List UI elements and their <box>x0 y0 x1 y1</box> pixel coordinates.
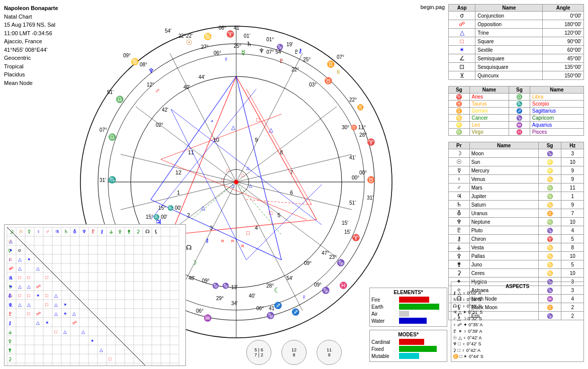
aspects-list-title: ASPECTS <box>453 284 582 289</box>
sign2-name: Scorpio <box>530 101 583 108</box>
planet-name: Uranus <box>469 209 538 218</box>
svg-text:09°: 09° <box>202 278 210 284</box>
planet-name: Mars <box>469 183 538 192</box>
planet-hz: 10 <box>561 158 584 166</box>
svg-text:♊: ♊ <box>357 104 364 111</box>
svg-text:29°: 29° <box>216 296 224 301</box>
planet-row: ⚷ Chiron ♈ 5 <box>449 235 584 243</box>
svg-text:♑: ♑ <box>337 258 345 267</box>
sign1-name-header: Name <box>469 86 509 94</box>
planet-pr: ☿ <box>449 166 470 175</box>
planet-sg: ♍ <box>538 192 561 201</box>
planet-row: ♇ Pluto ♑ 4 <box>449 226 584 235</box>
aspect-list-item: ⚷ △ ♀ 0°02' A <box>453 290 582 297</box>
svg-text:28°: 28° <box>266 283 274 289</box>
element-row: Air <box>371 311 445 317</box>
svg-text:5: 5 <box>277 212 280 218</box>
sign1-name: Gemini <box>469 108 509 115</box>
sign-row: ♍ Virgo ♓ Pisces <box>449 129 584 136</box>
aspect-row: ⊻ Quincunx 150°00' <box>449 71 584 80</box>
planet-row: ☽ Moon ♑ 3 <box>449 149 584 158</box>
svg-text:♈: ♈ <box>352 233 360 242</box>
svg-text:51': 51' <box>349 200 356 206</box>
planet-hz: 5 <box>561 260 584 269</box>
planet-sg: ♑ <box>538 149 561 158</box>
begin-pag-label: begin.pag <box>421 4 445 10</box>
asp-angle: 60°00' <box>543 46 584 54</box>
svg-text:♎: ♎ <box>108 133 117 141</box>
planet-hz: 10 <box>561 269 584 278</box>
asp-angle: 90°00' <box>543 37 584 46</box>
planet-sg: ♋ <box>538 201 561 209</box>
element-bar <box>399 304 439 310</box>
planet-pr: ⚴ <box>449 252 470 260</box>
svg-text:♋: ♋ <box>204 32 212 41</box>
sign1-symbol: ♈ <box>449 94 470 101</box>
svg-text:□: □ <box>256 117 260 123</box>
svg-text:♉: ♉ <box>367 175 375 184</box>
svg-text:⚷: ⚷ <box>298 47 303 54</box>
svg-text:♒: ♒ <box>204 314 212 322</box>
planet-sg-header: Sg <box>538 142 561 149</box>
svg-text:06°: 06° <box>214 50 221 56</box>
svg-text:1: 1 <box>177 190 180 196</box>
svg-text:54': 54' <box>165 28 171 34</box>
svg-text:♏: ♏ <box>108 175 117 184</box>
planet-sg: ♋ <box>538 260 561 269</box>
svg-text:06°: 06° <box>196 308 204 314</box>
asp-angle: 150°00' <box>543 71 584 80</box>
svg-text:22°: 22° <box>291 67 299 72</box>
planet-sg: ♋ <box>538 243 561 252</box>
svg-text:15': 15' <box>344 229 351 235</box>
svg-text:42': 42' <box>162 107 168 113</box>
svg-text:00°: 00° <box>352 175 359 180</box>
planet-name: Mercury <box>469 166 538 175</box>
aspect-row: σ Conjunction 0°00' <box>449 12 584 20</box>
svg-text:♄: ♄ <box>246 40 252 48</box>
sign2-symbol: ♐ <box>509 108 530 115</box>
svg-text:51': 51' <box>107 89 114 95</box>
planet-pr: ⚷ <box>449 235 470 243</box>
button-128[interactable]: 12 8 <box>281 340 307 365</box>
sg2-col-header: Sg <box>509 86 530 94</box>
aspect-row: ⊡ Sesquisquare 135°00' <box>449 63 584 71</box>
button-119[interactable]: 11 9 <box>317 340 342 365</box>
info-panel: Napoleon Bonaparte Natal Chart 15 Aug 17… <box>4 4 58 87</box>
sign1-name: Virgo <box>469 129 509 136</box>
asp-symbol: □ <box>449 37 475 46</box>
svg-text:R: R <box>241 244 244 248</box>
svg-text:13': 13' <box>231 285 238 290</box>
asp-symbol: ⊻ <box>449 71 475 80</box>
asp-angle: 45°00' <box>543 54 584 63</box>
svg-text:30° ♉ 11°: 30° ♉ 11° <box>342 124 366 131</box>
svg-text:♆: ♆ <box>259 47 264 54</box>
aspect-list-item: ♇ ✶ ♀ 0°39' A <box>453 328 582 335</box>
planet-pr: ⚳ <box>449 269 470 278</box>
mode-bar <box>399 353 419 359</box>
aspect-list-item: ♄ □ ♀ 0°19' S <box>453 297 582 303</box>
svg-text:27°: 27° <box>201 44 209 50</box>
svg-text:47°: 47° <box>322 250 329 256</box>
planet-name: Pluto <box>469 226 538 235</box>
svg-text:♈: ♈ <box>226 30 235 38</box>
chart-date: 15 Aug 1769 NS, Sal <box>4 21 58 29</box>
planet-row: ⚶ Vesta ♋ 8 <box>449 243 584 252</box>
svg-text:11: 11 <box>188 149 194 155</box>
sign1-symbol: ♌ <box>449 122 470 129</box>
modes-title: MODES* <box>371 332 445 337</box>
pr-col-header: Pr <box>449 142 470 149</box>
chart-name: Napoleon Bonaparte <box>4 4 58 13</box>
svg-text:☿: ☿ <box>241 49 245 56</box>
sign2-name: Sagittarius <box>530 108 583 115</box>
sign1-name: Aries <box>469 94 509 101</box>
svg-text:15°♏ 00': 15°♏ 00' <box>146 214 167 220</box>
svg-text:♀: ♀ <box>302 293 307 301</box>
chart-location: Ajaccio, France <box>4 37 58 46</box>
svg-text:♓: ♓ <box>339 281 348 290</box>
svg-text:31': 31' <box>100 177 106 183</box>
button-5762[interactable]: 5 | 6 7 | 2 <box>246 340 271 365</box>
chart-zodiac: Tropical <box>4 62 58 71</box>
svg-text:25°: 25° <box>234 43 241 49</box>
aspect-row: △ Trine 120°00' <box>449 29 584 37</box>
element-label: Air <box>371 311 399 317</box>
